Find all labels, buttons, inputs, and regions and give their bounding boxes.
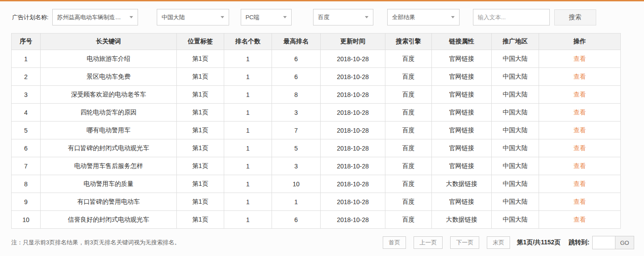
cell-count: 1 xyxy=(224,193,272,211)
cell-date: 2018-10-28 xyxy=(321,211,385,229)
cell-date: 2018-10-28 xyxy=(321,122,385,139)
cell-best: 1 xyxy=(272,193,321,211)
engine-select[interactable]: 百度 xyxy=(313,9,373,25)
engine-select-value: 百度 xyxy=(318,13,330,21)
view-link[interactable]: 查看 xyxy=(573,73,586,80)
table-header-row: 序号 长关键词 位置标签 排名个数 最高排名 更新时间 搜索引擎 链接属性 推广… xyxy=(12,34,621,50)
pagination: 首页 上一页 下一页 末页 第1页/共1152页 跳转到: GO xyxy=(375,236,634,249)
cell-engine: 百度 xyxy=(385,86,432,104)
cell-engine: 百度 xyxy=(385,193,432,211)
view-link[interactable]: 查看 xyxy=(573,109,586,116)
cell-keyword: 信誉良好的封闭式电动观光车 xyxy=(41,211,177,229)
jump-to-label: 跳转到: xyxy=(569,239,590,247)
search-button[interactable]: 搜索 xyxy=(554,9,596,25)
cell-page: 第1页 xyxy=(177,86,224,104)
view-link[interactable]: 查看 xyxy=(573,198,586,205)
cell-region: 中国大陆 xyxy=(492,50,539,68)
cell-region: 中国大陆 xyxy=(492,104,539,122)
cell-keyword: 深受顾客欢迎的电动老爷车 xyxy=(41,86,177,104)
footer-note: 注：只显示前3页排名结果，前3页无排名关键词视为无搜索排名。 xyxy=(11,239,180,247)
cell-action: 查看 xyxy=(539,104,621,122)
cell-index: 5 xyxy=(12,122,41,139)
cell-date: 2018-10-28 xyxy=(321,50,385,68)
chevron-down-icon xyxy=(221,16,224,18)
cell-best: 6 xyxy=(272,211,321,229)
cell-keyword: 电动警用车售后服务怎样 xyxy=(41,157,177,175)
cell-date: 2018-10-28 xyxy=(321,193,385,211)
region-select-value: 中国大陆 xyxy=(162,13,185,21)
last-page-button[interactable]: 末页 xyxy=(487,236,510,249)
cell-index: 1 xyxy=(12,50,41,68)
table-row: 6 有口皆碑的封闭式电动观光车 第1页 1 5 2018-10-28 百度 官网… xyxy=(12,139,621,157)
table-row: 1 电动旅游车介绍 第1页 1 6 2018-10-28 百度 官网链接 中国大… xyxy=(12,50,621,68)
first-page-button[interactable]: 首页 xyxy=(383,236,406,249)
cell-best: 5 xyxy=(272,139,321,157)
cell-engine: 百度 xyxy=(385,211,432,229)
cell-date: 2018-10-28 xyxy=(321,104,385,122)
view-link[interactable]: 查看 xyxy=(573,91,586,98)
cell-page: 第1页 xyxy=(177,68,224,86)
keyword-search-input[interactable] xyxy=(473,9,550,25)
go-button[interactable]: GO xyxy=(615,236,634,249)
cell-region: 中国大陆 xyxy=(492,139,539,157)
result-filter-select[interactable]: 全部结果 xyxy=(387,9,460,25)
cell-best: 6 xyxy=(272,68,321,86)
next-page-button[interactable]: 下一页 xyxy=(450,236,479,249)
table-row: 7 电动警用车售后服务怎样 第1页 1 3 2018-10-28 百度 官网链接… xyxy=(12,157,621,175)
cell-date: 2018-10-28 xyxy=(321,175,385,193)
cell-keyword: 电动旅游车介绍 xyxy=(41,50,177,68)
view-link[interactable]: 查看 xyxy=(573,162,586,169)
cell-keyword: 四轮电动货车的原因 xyxy=(41,104,177,122)
cell-keyword: 哪有电动警用车 xyxy=(41,122,177,139)
cell-engine: 百度 xyxy=(385,104,432,122)
cell-region: 中国大陆 xyxy=(492,122,539,139)
table-row: 3 深受顾客欢迎的电动老爷车 第1页 1 8 2018-10-28 百度 官网链… xyxy=(12,86,621,104)
cell-index: 2 xyxy=(12,68,41,86)
cell-link: 官网链接 xyxy=(432,157,492,175)
cell-page: 第1页 xyxy=(177,104,224,122)
cell-page: 第1页 xyxy=(177,139,224,157)
col-header-engine: 搜索引擎 xyxy=(385,34,432,50)
cell-index: 3 xyxy=(12,86,41,104)
cell-count: 1 xyxy=(224,104,272,122)
cell-index: 8 xyxy=(12,175,41,193)
col-header-link: 链接属性 xyxy=(432,34,492,50)
jump-page-input[interactable] xyxy=(592,236,615,249)
cell-best: 6 xyxy=(272,50,321,68)
cell-engine: 百度 xyxy=(385,122,432,139)
cell-page: 第1页 xyxy=(177,122,224,139)
cell-date: 2018-10-28 xyxy=(321,86,385,104)
ad-plan-name-label: 广告计划名称: xyxy=(12,13,49,21)
cell-keyword: 电动警用车的质量 xyxy=(41,175,177,193)
view-link[interactable]: 查看 xyxy=(573,126,586,134)
view-link[interactable]: 查看 xyxy=(573,180,586,187)
cell-index: 7 xyxy=(12,157,41,175)
prev-page-button[interactable]: 上一页 xyxy=(414,236,443,249)
page-top-accent xyxy=(0,0,644,1)
cell-region: 中国大陆 xyxy=(492,68,539,86)
region-select[interactable]: 中国大陆 xyxy=(157,9,229,25)
cell-region: 中国大陆 xyxy=(492,175,539,193)
cell-region: 中国大陆 xyxy=(492,157,539,175)
device-select[interactable]: PC端 xyxy=(241,9,292,25)
chevron-down-icon xyxy=(365,16,368,18)
cell-best: 3 xyxy=(272,104,321,122)
cell-link: 大数据链接 xyxy=(432,211,492,229)
view-link[interactable]: 查看 xyxy=(573,216,586,223)
result-filter-select-value: 全部结果 xyxy=(392,13,415,21)
cell-keyword: 有口皆碑的警用电动车 xyxy=(41,193,177,211)
cell-page: 第1页 xyxy=(177,157,224,175)
cell-action: 查看 xyxy=(539,122,621,139)
ad-plan-select[interactable]: 苏州益高电动车辆制造有限公... xyxy=(52,9,138,25)
cell-action: 查看 xyxy=(539,211,621,229)
table-row: 10 信誉良好的封闭式电动观光车 第1页 1 6 2018-10-28 百度 大… xyxy=(12,211,621,229)
cell-best: 10 xyxy=(272,175,321,193)
chevron-down-icon xyxy=(451,16,455,18)
cell-index: 6 xyxy=(12,139,41,157)
view-link[interactable]: 查看 xyxy=(573,55,586,62)
cell-region: 中国大陆 xyxy=(492,86,539,104)
view-link[interactable]: 查看 xyxy=(573,144,586,151)
cell-keyword: 有口皆碑的封闭式电动观光车 xyxy=(41,139,177,157)
cell-page: 第1页 xyxy=(177,193,224,211)
cell-best: 8 xyxy=(272,86,321,104)
